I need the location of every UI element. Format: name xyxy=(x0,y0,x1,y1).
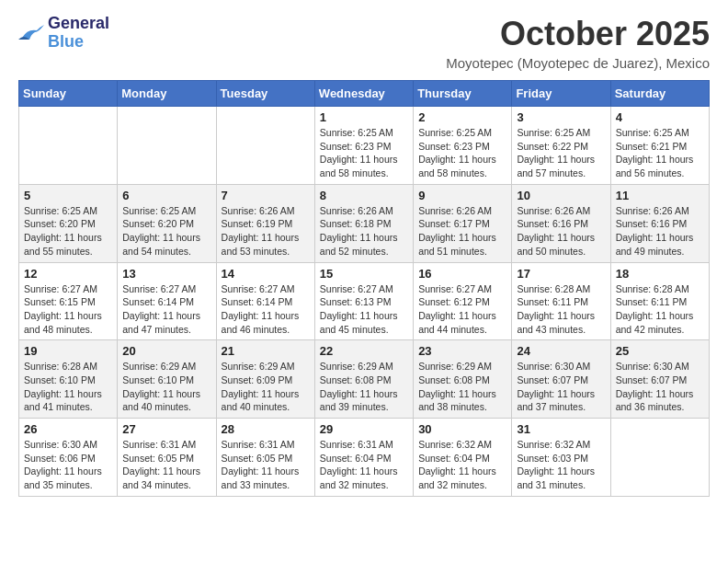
day-number: 14 xyxy=(222,267,310,281)
calendar-cell: 7Sunrise: 6:26 AM Sunset: 6:19 PM Daylig… xyxy=(216,184,314,262)
day-number: 22 xyxy=(320,344,408,358)
day-number: 16 xyxy=(418,267,506,281)
day-info: Sunrise: 6:32 AM Sunset: 6:04 PM Dayligh… xyxy=(418,438,506,492)
day-number: 2 xyxy=(418,110,506,124)
day-number: 24 xyxy=(517,344,605,358)
calendar-header-saturday: Saturday xyxy=(610,81,709,107)
day-info: Sunrise: 6:26 AM Sunset: 6:18 PM Dayligh… xyxy=(320,204,408,259)
calendar-week-1: 5Sunrise: 6:25 AM Sunset: 6:20 PM Daylig… xyxy=(19,184,710,262)
day-info: Sunrise: 6:32 AM Sunset: 6:03 PM Dayligh… xyxy=(517,438,605,492)
calendar-cell: 9Sunrise: 6:26 AM Sunset: 6:17 PM Daylig… xyxy=(414,184,512,262)
logo-text: General Blue xyxy=(48,15,109,52)
calendar-cell: 30Sunrise: 6:32 AM Sunset: 6:04 PM Dayli… xyxy=(414,419,512,497)
calendar-cell: 18Sunrise: 6:28 AM Sunset: 6:11 PM Dayli… xyxy=(610,262,709,340)
calendar-cell: 16Sunrise: 6:27 AM Sunset: 6:12 PM Dayli… xyxy=(414,262,512,340)
day-info: Sunrise: 6:28 AM Sunset: 6:11 PM Dayligh… xyxy=(517,282,605,337)
day-number: 4 xyxy=(616,110,704,124)
day-number: 5 xyxy=(24,189,112,202)
calendar-cell: 14Sunrise: 6:27 AM Sunset: 6:14 PM Dayli… xyxy=(216,262,314,340)
day-number: 29 xyxy=(320,422,408,436)
day-info: Sunrise: 6:25 AM Sunset: 6:22 PM Dayligh… xyxy=(517,126,605,180)
calendar-cell: 20Sunrise: 6:29 AM Sunset: 6:10 PM Dayli… xyxy=(118,340,216,419)
calendar-cell: 21Sunrise: 6:29 AM Sunset: 6:09 PM Dayli… xyxy=(216,340,314,419)
calendar: SundayMondayTuesdayWednesdayThursdayFrid… xyxy=(18,80,710,497)
day-info: Sunrise: 6:25 AM Sunset: 6:21 PM Dayligh… xyxy=(616,126,704,180)
day-number: 17 xyxy=(517,267,605,281)
calendar-cell: 26Sunrise: 6:30 AM Sunset: 6:06 PM Dayli… xyxy=(19,419,118,497)
calendar-cell: 25Sunrise: 6:30 AM Sunset: 6:07 PM Dayli… xyxy=(610,340,709,419)
calendar-cell: 6Sunrise: 6:25 AM Sunset: 6:20 PM Daylig… xyxy=(118,184,216,262)
day-info: Sunrise: 6:26 AM Sunset: 6:16 PM Dayligh… xyxy=(517,204,605,259)
page: General Blue October 2025 Moyotepec (Moy… xyxy=(0,0,728,511)
day-number: 25 xyxy=(616,344,704,358)
calendar-header-row: SundayMondayTuesdayWednesdayThursdayFrid… xyxy=(19,81,710,107)
day-number: 26 xyxy=(24,422,112,436)
calendar-cell: 27Sunrise: 6:31 AM Sunset: 6:05 PM Dayli… xyxy=(118,419,216,497)
calendar-header-thursday: Thursday xyxy=(414,81,512,107)
day-info: Sunrise: 6:28 AM Sunset: 6:11 PM Dayligh… xyxy=(616,282,704,337)
calendar-cell: 10Sunrise: 6:26 AM Sunset: 6:16 PM Dayli… xyxy=(512,184,610,262)
day-info: Sunrise: 6:31 AM Sunset: 6:05 PM Dayligh… xyxy=(122,438,210,492)
day-number: 18 xyxy=(616,267,704,281)
day-info: Sunrise: 6:31 AM Sunset: 6:04 PM Dayligh… xyxy=(320,438,408,492)
location-title: Moyotepec (Moyotepec de Juarez), Mexico xyxy=(446,55,710,71)
day-number: 13 xyxy=(122,267,210,281)
day-number: 10 xyxy=(517,189,605,202)
day-info: Sunrise: 6:26 AM Sunset: 6:17 PM Dayligh… xyxy=(418,204,506,259)
calendar-week-3: 19Sunrise: 6:28 AM Sunset: 6:10 PM Dayli… xyxy=(19,340,710,419)
day-info: Sunrise: 6:29 AM Sunset: 6:10 PM Dayligh… xyxy=(122,360,210,414)
day-info: Sunrise: 6:30 AM Sunset: 6:06 PM Dayligh… xyxy=(24,438,112,492)
day-number: 12 xyxy=(24,267,112,281)
calendar-week-2: 12Sunrise: 6:27 AM Sunset: 6:15 PM Dayli… xyxy=(19,262,710,340)
calendar-cell: 31Sunrise: 6:32 AM Sunset: 6:03 PM Dayli… xyxy=(512,419,610,497)
day-info: Sunrise: 6:30 AM Sunset: 6:07 PM Dayligh… xyxy=(616,360,704,414)
calendar-cell xyxy=(610,419,709,497)
day-number: 7 xyxy=(222,189,310,202)
day-info: Sunrise: 6:28 AM Sunset: 6:10 PM Dayligh… xyxy=(24,360,112,414)
day-number: 19 xyxy=(24,344,112,358)
calendar-week-4: 26Sunrise: 6:30 AM Sunset: 6:06 PM Dayli… xyxy=(19,419,710,497)
day-number: 20 xyxy=(122,344,210,358)
calendar-cell: 19Sunrise: 6:28 AM Sunset: 6:10 PM Dayli… xyxy=(19,340,118,419)
day-number: 30 xyxy=(418,422,506,436)
day-info: Sunrise: 6:27 AM Sunset: 6:14 PM Dayligh… xyxy=(222,282,310,337)
calendar-cell: 23Sunrise: 6:29 AM Sunset: 6:08 PM Dayli… xyxy=(414,340,512,419)
day-number: 11 xyxy=(616,189,704,202)
logo-icon xyxy=(18,23,44,43)
day-number: 23 xyxy=(418,344,506,358)
calendar-header-wednesday: Wednesday xyxy=(314,81,413,107)
day-number: 27 xyxy=(122,422,210,436)
day-info: Sunrise: 6:26 AM Sunset: 6:19 PM Dayligh… xyxy=(222,204,310,259)
day-number: 21 xyxy=(222,344,310,358)
calendar-cell: 15Sunrise: 6:27 AM Sunset: 6:13 PM Dayli… xyxy=(314,262,413,340)
day-info: Sunrise: 6:29 AM Sunset: 6:09 PM Dayligh… xyxy=(222,360,310,414)
day-info: Sunrise: 6:25 AM Sunset: 6:20 PM Dayligh… xyxy=(122,204,210,259)
month-title: October 2025 xyxy=(446,15,710,53)
day-number: 15 xyxy=(320,267,408,281)
title-block: October 2025 Moyotepec (Moyotepec de Jua… xyxy=(446,15,710,71)
calendar-body: 1Sunrise: 6:25 AM Sunset: 6:23 PM Daylig… xyxy=(19,107,710,497)
day-info: Sunrise: 6:26 AM Sunset: 6:16 PM Dayligh… xyxy=(616,204,704,259)
day-info: Sunrise: 6:27 AM Sunset: 6:12 PM Dayligh… xyxy=(418,282,506,337)
day-info: Sunrise: 6:29 AM Sunset: 6:08 PM Dayligh… xyxy=(320,360,408,414)
calendar-cell: 12Sunrise: 6:27 AM Sunset: 6:15 PM Dayli… xyxy=(19,262,118,340)
calendar-cell: 11Sunrise: 6:26 AM Sunset: 6:16 PM Dayli… xyxy=(610,184,709,262)
calendar-cell: 13Sunrise: 6:27 AM Sunset: 6:14 PM Dayli… xyxy=(118,262,216,340)
calendar-cell: 22Sunrise: 6:29 AM Sunset: 6:08 PM Dayli… xyxy=(314,340,413,419)
calendar-cell: 3Sunrise: 6:25 AM Sunset: 6:22 PM Daylig… xyxy=(512,107,610,185)
day-number: 28 xyxy=(222,422,310,436)
calendar-header-sunday: Sunday xyxy=(19,81,118,107)
day-info: Sunrise: 6:27 AM Sunset: 6:14 PM Dayligh… xyxy=(122,282,210,337)
calendar-cell xyxy=(19,107,118,185)
calendar-cell: 29Sunrise: 6:31 AM Sunset: 6:04 PM Dayli… xyxy=(314,419,413,497)
calendar-cell: 17Sunrise: 6:28 AM Sunset: 6:11 PM Dayli… xyxy=(512,262,610,340)
day-number: 3 xyxy=(517,110,605,124)
calendar-cell: 2Sunrise: 6:25 AM Sunset: 6:23 PM Daylig… xyxy=(414,107,512,185)
day-number: 8 xyxy=(320,189,408,202)
calendar-cell: 8Sunrise: 6:26 AM Sunset: 6:18 PM Daylig… xyxy=(314,184,413,262)
day-info: Sunrise: 6:31 AM Sunset: 6:05 PM Dayligh… xyxy=(222,438,310,492)
calendar-header-monday: Monday xyxy=(118,81,216,107)
calendar-cell: 4Sunrise: 6:25 AM Sunset: 6:21 PM Daylig… xyxy=(610,107,709,185)
day-number: 31 xyxy=(517,422,605,436)
day-info: Sunrise: 6:25 AM Sunset: 6:20 PM Dayligh… xyxy=(24,204,112,259)
